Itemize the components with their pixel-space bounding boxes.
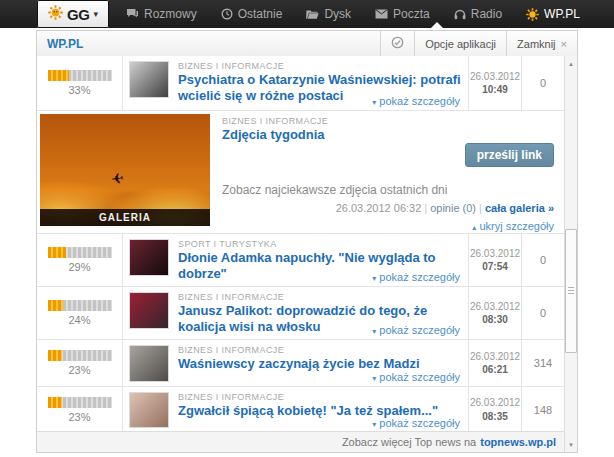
footer-text: Zobacz więcej Top news na <box>342 436 476 448</box>
article-cell: BIZNES I INFORMACJE Janusz Palikot: dopr… <box>123 287 468 339</box>
scroll-down-button[interactable]: ▼ <box>565 438 577 451</box>
popularity-percent: 24% <box>68 314 90 326</box>
news-row: 33% BIZNES I INFORMACJE Psychiatra o Kat… <box>37 56 564 111</box>
article-title-link[interactable]: Waśniewscy zaczynają życie bez Madzi <box>178 356 462 372</box>
gallery-title-link[interactable]: Zdjęcia tygodnia <box>222 127 554 143</box>
panel-header: WP.PL Opcje aplikacji Zamknij × <box>37 31 577 57</box>
chevron-down-icon: ▾ <box>372 274 376 283</box>
gallery-body: BIZNES I INFORMACJE Zdjęcia tygodnia prz… <box>210 113 562 231</box>
article-thumbnail[interactable] <box>129 239 169 276</box>
article-category: SPORT I TURYSTYKA <box>178 239 462 249</box>
show-details-label: pokaż szczegóły <box>379 95 460 107</box>
scrollbar-thumb[interactable] <box>565 229 577 353</box>
popularity-bar-fill <box>48 70 69 81</box>
popularity-cell: 23% <box>37 340 123 386</box>
article-time: 10:49 <box>482 83 508 97</box>
gallery-image[interactable]: ✈ GALERIA <box>40 114 210 226</box>
show-details-link[interactable]: ▾ pokaż szczegóły <box>372 271 460 283</box>
check-circle-button[interactable] <box>381 31 415 56</box>
article-thumbnail[interactable] <box>129 292 169 329</box>
wppl-panel: WP.PL Opcje aplikacji Zamknij × 33% <box>36 30 578 453</box>
chevron-down-icon: ▾ <box>372 98 376 107</box>
close-button[interactable]: Zamknij × <box>507 31 577 56</box>
hide-details-link[interactable]: ▴ ukryj szczegóły <box>472 220 554 232</box>
show-details-label: pokaż szczegóły <box>379 371 460 383</box>
show-details-label: pokaż szczegóły <box>379 324 460 336</box>
active-tab-pointer <box>431 22 443 28</box>
topnews-link[interactable]: topnews.wp.pl <box>480 436 556 448</box>
panel-title-link[interactable]: WP.PL <box>47 37 83 51</box>
app-options-label: Opcje aplikacji <box>425 38 496 50</box>
topbar-tabs: Rozmowy Ostatnie Dysk Poczta Radio <box>126 0 580 28</box>
dropdown-caret-icon: ▾ <box>93 10 98 19</box>
clock-icon <box>221 8 233 20</box>
tab-rozmowy[interactable]: Rozmowy <box>126 7 197 21</box>
article-thumbnail[interactable] <box>129 61 169 98</box>
popularity-percent: 29% <box>68 261 90 273</box>
send-link-button[interactable]: prześlij link <box>465 143 554 167</box>
check-circle-icon <box>391 36 404 51</box>
article-time: 08:30 <box>482 313 508 327</box>
gg-logo-text: GG <box>67 6 89 23</box>
tab-label: Radio <box>471 7 502 21</box>
tab-radio[interactable]: Radio <box>454 7 502 21</box>
tab-label: Ostatnie <box>238 7 283 21</box>
tab-label: WP.PL <box>544 7 580 21</box>
app-topbar: GG ▾ Rozmowy Ostatnie Dysk Poczta <box>0 0 614 28</box>
news-row: 29% SPORT I TURYSTYKA Dłonie Adamka napu… <box>37 234 564 287</box>
article-cell: BIZNES I INFORMACJE Zgwałcił śpiącą kobi… <box>123 387 468 432</box>
show-details-link[interactable]: ▾ pokaż szczegóły <box>372 371 460 383</box>
comment-count: 148 <box>521 387 564 432</box>
article-thumbnail[interactable] <box>129 345 169 382</box>
show-details-label: pokaż szczegóły <box>379 271 460 283</box>
full-gallery-link[interactable]: cała galeria » <box>485 202 554 214</box>
popularity-percent: 33% <box>68 84 90 96</box>
gg-menu-button[interactable]: GG ▾ <box>37 0 109 28</box>
tab-ostatnie[interactable]: Ostatnie <box>221 7 283 21</box>
article-cell: BIZNES I INFORMACJE Waśniewscy zaczynają… <box>123 340 468 386</box>
opinions-link[interactable]: opinie (0) <box>430 202 476 214</box>
popularity-cell: 29% <box>37 234 123 286</box>
scrollbar-grip-icon <box>568 287 574 294</box>
show-details-link[interactable]: ▾ pokaż szczegóły <box>372 417 460 429</box>
article-date: 26.03.2012 <box>470 70 520 84</box>
hide-details-label: ukryj szczegóły <box>479 220 554 232</box>
scrollbar[interactable]: ▲ ▼ <box>564 56 577 452</box>
gg-sun-logo-icon <box>48 5 63 24</box>
tab-label: Dysk <box>324 7 351 21</box>
chevron-down-icon: ▾ <box>372 374 376 383</box>
close-icon: × <box>561 38 567 50</box>
show-details-link[interactable]: ▾ pokaż szczegóły <box>372 324 460 336</box>
article-category: BIZNES I INFORMACJE <box>178 392 462 402</box>
date-cell: 26.03.2012 07:54 <box>468 234 521 286</box>
article-time: 06:21 <box>482 363 508 377</box>
scroll-up-button[interactable]: ▲ <box>565 57 577 70</box>
gallery-image-label: GALERIA <box>40 209 210 226</box>
app-options-button[interactable]: Opcje aplikacji <box>415 31 507 56</box>
article-date: 26.03.2012 <box>470 396 520 410</box>
article-date: 26.03.2012 <box>470 350 520 364</box>
article-thumbnail[interactable] <box>129 392 169 428</box>
news-row: 24% BIZNES I INFORMACJE Janusz Palikot: … <box>37 287 564 340</box>
popularity-bar-fill <box>48 350 63 361</box>
article-category: BIZNES I INFORMACJE <box>178 292 462 302</box>
tab-label: Rozmowy <box>144 7 197 21</box>
comment-count: 0 <box>521 234 564 286</box>
show-details-link[interactable]: ▾ pokaż szczegóły <box>372 95 460 107</box>
tab-poczta[interactable]: Poczta <box>375 7 430 21</box>
gallery-row: ✈ GALERIA BIZNES I INFORMACJE Zdjęcia ty… <box>37 111 564 234</box>
chevron-down-icon: ▾ <box>372 327 376 336</box>
popularity-percent: 23% <box>68 411 90 423</box>
comment-count: 314 <box>521 340 564 386</box>
article-category: BIZNES I INFORMACJE <box>222 116 554 126</box>
panel-footer: Zobacz więcej Top news na topnews.wp.pl <box>37 431 564 452</box>
popularity-bar <box>48 70 112 81</box>
chevron-down-icon: ▾ <box>372 420 376 429</box>
folder-icon <box>306 9 319 20</box>
sun-icon <box>526 8 539 21</box>
tab-wppl[interactable]: WP.PL <box>526 7 580 21</box>
tab-dysk[interactable]: Dysk <box>306 7 351 21</box>
panel-content: 33% BIZNES I INFORMACJE Psychiatra o Kat… <box>37 56 577 452</box>
news-row: 23% BIZNES I INFORMACJE Waśniewscy zaczy… <box>37 340 564 387</box>
comment-count: 0 <box>521 56 564 110</box>
